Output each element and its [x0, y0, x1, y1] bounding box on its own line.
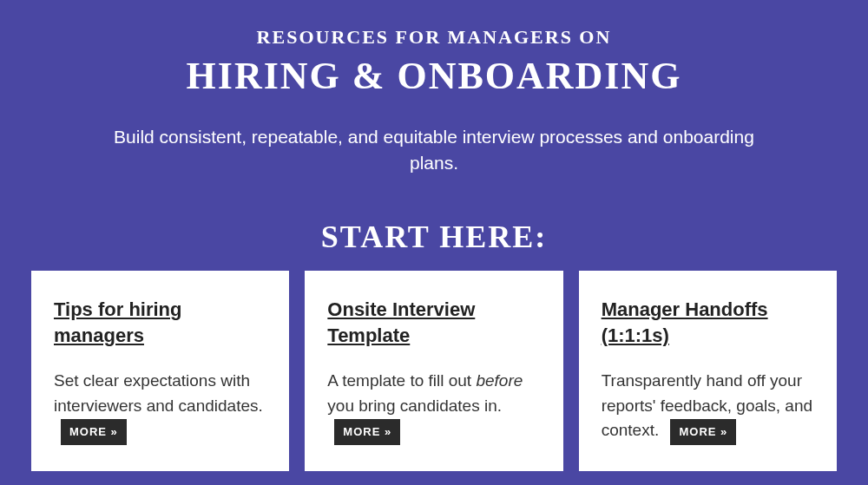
more-button[interactable]: MORE »: [61, 419, 127, 445]
card-title-link[interactable]: Onsite Interview Template: [327, 297, 540, 348]
card-body-text: A template to fill out: [327, 371, 476, 390]
eyebrow-text: RESOURCES FOR MANAGERS ON: [0, 26, 868, 49]
card-title-link[interactable]: Manager Handoffs (1:1:1s): [602, 297, 814, 348]
more-button[interactable]: MORE »: [670, 419, 736, 445]
card-onsite-interview-template: Onsite Interview Template A template to …: [305, 271, 562, 471]
card-title-link[interactable]: Tips for hiring managers: [54, 297, 266, 348]
card-body: Transparently hand off your reports' fee…: [602, 369, 814, 445]
card-body-post: you bring candidates in.: [327, 397, 502, 415]
section-heading: START HERE:: [0, 219, 868, 255]
page-subtitle: Build consistent, repeatable, and equita…: [104, 124, 764, 177]
page-root: RESOURCES FOR MANAGERS ON HIRING & ONBOA…: [0, 0, 868, 485]
card-tips-for-hiring-managers: Tips for hiring managers Set clear expec…: [31, 271, 289, 471]
card-manager-handoffs: Manager Handoffs (1:1:1s) Transparently …: [579, 271, 837, 471]
card-body: A template to fill out before you bring …: [327, 369, 540, 445]
card-body-em: before: [476, 371, 523, 390]
card-body-text: Set clear expectations with interviewers…: [54, 371, 263, 415]
card-body: Set clear expectations with interviewers…: [54, 369, 266, 445]
card-row: Tips for hiring managers Set clear expec…: [0, 255, 868, 471]
page-title: HIRING & ONBOARDING: [0, 54, 868, 98]
more-button[interactable]: MORE »: [334, 419, 400, 445]
